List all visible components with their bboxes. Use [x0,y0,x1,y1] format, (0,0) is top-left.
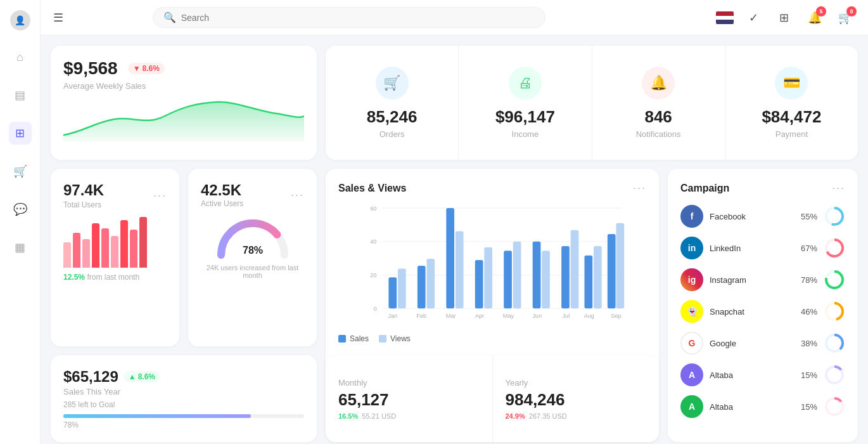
cart-badge: 8 [846,6,857,16]
payment-icon: 💳 [775,67,808,100]
notifications-value: 846 [644,107,672,127]
svg-rect-10 [398,269,406,309]
topbar-actions: ✓ ⊞ 🔔 5 🛒 8 [716,8,855,28]
sales-year-card: $65,129 ▲ 8.6% Sales This Year 285 left … [51,355,317,442]
sidebar-item-chat[interactable]: 💬 [9,198,32,221]
svg-rect-21 [561,246,570,308]
checkmark-icon[interactable]: ✓ [744,8,764,28]
yearly-label: Yearly [506,378,647,388]
svg-rect-17 [504,251,512,308]
monthly-yearly-card: Monthly 65,127 16.5% 55.21 USD Yearly 98… [326,355,659,442]
payment-value: $84,472 [762,107,821,127]
sidebar-item-cart[interactable]: 🛒 [9,160,32,183]
google-pct: 38% [795,339,817,348]
active-users-value: 42.5K [201,181,243,199]
altaba2-pct: 15% [795,402,817,412]
flag-icon[interactable] [716,11,734,24]
sidebar-item-home[interactable]: ⌂ [9,46,32,69]
main-content: ☰ 🔍 ✓ ⊞ 🔔 5 🛒 8 $9,568 ▼ [41,0,868,444]
campaign-menu[interactable]: ··· [832,181,845,195]
total-users-menu[interactable]: ··· [153,189,167,202]
cart-icon[interactable]: 🛒 8 [835,8,855,28]
active-users-menu[interactable]: ··· [291,188,304,202]
svg-rect-9 [388,277,397,308]
progress-bar-bg [63,414,304,418]
active-users-label: Active Users [201,199,243,208]
snapchat-name: Snapchat [710,307,788,317]
facebook-logo: f [680,205,703,228]
yearly-value: 984,246 [506,390,647,410]
svg-rect-14 [456,231,464,308]
weekly-sales-amount: $9,568 [63,58,118,79]
chart-legend: Sales Views [338,334,646,343]
income-value: $96,147 [495,107,555,127]
altaba1-donut [824,364,845,386]
linkedin-name: LinkedIn [710,244,788,253]
search-input[interactable] [181,13,535,23]
svg-rect-16 [484,247,492,308]
campaign-item-facebook: f Facebook 55% [680,205,845,228]
svg-rect-18 [513,242,521,308]
chart-title: Sales & Views [338,183,406,194]
svg-text:Apr: Apr [475,313,484,319]
progress-bar-fill [63,414,251,418]
users-bar-chart [63,217,167,268]
notifications-icon[interactable]: 🔔 5 [805,8,825,28]
svg-text:60: 60 [370,206,376,212]
active-users-card: 42.5K Active Users ··· 78% [188,169,317,346]
instagram-logo: ig [680,268,703,291]
user-avatar[interactable]: 👤 [10,10,30,30]
chart-menu[interactable]: ··· [633,181,646,195]
svg-rect-20 [542,251,550,308]
orders-value: 85,246 [367,107,418,127]
down-arrow-icon: ▼ [133,64,141,73]
svg-text:78%: 78% [242,245,262,256]
income-label: Income [512,129,539,139]
svg-text:May: May [503,313,514,319]
svg-text:Mar: Mar [446,313,456,319]
svg-text:20: 20 [370,272,376,278]
sales-year-badge: ▲ 8.6% [124,371,160,382]
notifications-label: Notifications [636,129,681,139]
total-users-card: 97.4K Total Users ··· [51,169,179,346]
facebook-donut [824,206,845,227]
active-users-note: 24K users increased from last month [201,264,304,279]
orders-icon: 🛒 [376,67,409,100]
menu-icon[interactable]: ☰ [53,11,63,25]
snapchat-logo: 👻 [680,300,703,323]
linkedin-logo: in [680,237,703,259]
svg-rect-23 [584,256,592,309]
altaba2-donut [824,396,845,417]
stat-income: 🖨 $96,147 Income [459,46,592,160]
monthly-value: 65,127 [338,390,480,410]
grid-icon[interactable]: ⊞ [774,8,795,28]
mini-chart [63,97,304,144]
sidebar-item-calendar[interactable]: ▦ [9,236,32,259]
stat-orders: 🛒 85,246 Orders [326,46,459,160]
linkedin-pct: 67% [795,244,817,253]
svg-rect-11 [418,266,426,308]
facebook-pct: 55% [795,212,817,221]
sidebar: 👤 ⌂ ▤ ⊞ 🛒 💬 ▦ [0,0,41,444]
facebook-name: Facebook [710,212,788,221]
svg-rect-25 [608,234,616,308]
linkedin-donut [824,237,845,259]
altaba2-logo: A [680,395,703,418]
stat-payment: 💳 $84,472 Payment [725,46,858,160]
search-icon: 🔍 [163,11,176,23]
sidebar-item-apps[interactable]: ⊞ [9,122,32,145]
sales-year-sublabel: 285 left to Goal [63,400,304,409]
search-bar: 🔍 [153,7,546,28]
total-users-value: 97.4K [63,181,104,199]
svg-rect-26 [616,223,624,309]
google-name: Google [710,339,788,348]
notifications-stat-icon: 🔔 [642,67,675,100]
monthly-section: Monthly 65,127 16.5% 55.21 USD [326,355,493,442]
svg-text:Jul: Jul [563,313,570,319]
svg-rect-13 [446,208,454,308]
monthly-label: Monthly [338,378,480,388]
instagram-name: Instagram [710,275,788,285]
monthly-sub: 16.5% 55.21 USD [338,412,480,420]
sidebar-item-chart[interactable]: ▤ [9,84,32,107]
weekly-sales-label: Average Weekly Sales [63,81,304,91]
